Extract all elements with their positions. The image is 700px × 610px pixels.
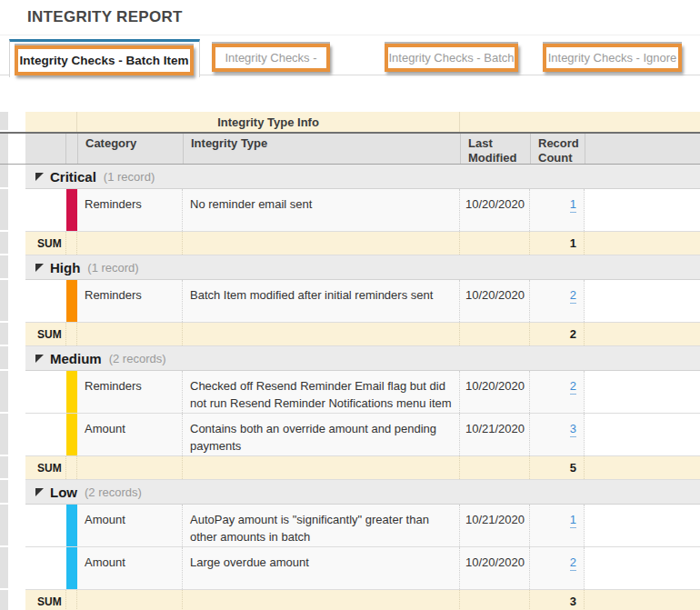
tab-integrity-checks-2[interactable]: Integrity Checks -	[212, 44, 330, 72]
cell-trailing	[585, 280, 700, 322]
row-left-spacer-cell	[25, 414, 66, 455]
span-header-left-cell	[25, 112, 77, 132]
grid-column-header-row: Category Integrity Type Last Modified Re…	[0, 132, 700, 165]
tab-bar: Integrity Checks - Batch Item Integrity …	[0, 35, 700, 75]
sum-row: SUM2	[0, 323, 700, 346]
cell-category: Amount	[77, 547, 183, 589]
page-title: INTEGRITY REPORT	[0, 0, 700, 32]
grid-span-header-row: Integrity Type Info	[0, 112, 700, 132]
cell-integrity-type: AutoPay amount is "significantly" greate…	[183, 505, 460, 546]
cell-integrity-type: No reminder email sent	[183, 189, 460, 231]
tab-label: Integrity Checks -	[225, 51, 316, 65]
sum-label: SUM	[25, 323, 66, 345]
record-count-link[interactable]: 2	[570, 379, 576, 395]
row-gutter	[0, 134, 8, 164]
cell-last-modified: 10/20/2020	[460, 189, 530, 231]
cell-last-modified: 10/21/2020	[460, 505, 530, 546]
sum-record-count: 1	[530, 232, 585, 255]
row-left-spacer-cell	[25, 547, 66, 589]
cell-integrity-type: Batch Item modified after initial remind…	[183, 280, 460, 322]
group-row-low[interactable]: Low(2 records)	[0, 480, 700, 505]
tab-integrity-checks-batch[interactable]: Integrity Checks - Batch	[385, 44, 518, 72]
group-row-medium[interactable]: Medium(2 records)	[0, 346, 700, 371]
record-count-link[interactable]: 2	[570, 288, 576, 304]
group-row-critical[interactable]: Critical(1 record)	[0, 165, 700, 189]
record-count-link[interactable]: 2	[570, 555, 576, 571]
row-gutter	[0, 323, 8, 346]
cell-category: Reminders	[77, 371, 183, 413]
severity-color-bar	[66, 414, 77, 455]
group-record-count-label: (1 record)	[104, 170, 155, 184]
cell-last-modified: 10/20/2020	[460, 547, 530, 589]
row-gutter	[0, 112, 8, 132]
group-severity-label: Low	[50, 485, 77, 500]
collapse-triangle-icon[interactable]	[35, 488, 44, 496]
cell-last-modified: 10/20/2020	[460, 280, 530, 322]
row-left-spacer-cell	[25, 371, 66, 413]
table-row: RemindersChecked off Resend Reminder Ema…	[0, 371, 700, 414]
record-count-link[interactable]: 1	[570, 513, 576, 528]
sum-label: SUM	[25, 590, 66, 610]
table-row: RemindersBatch Item modified after initi…	[0, 280, 700, 323]
header-integrity-type[interactable]: Integrity Type	[184, 134, 461, 164]
tab-integrity-checks-batch-item[interactable]: Integrity Checks - Batch Item	[9, 39, 200, 77]
span-header-right-cell	[460, 112, 700, 132]
annotation-box-1: Integrity Checks - Batch Item	[15, 45, 194, 75]
header-empty-col	[585, 134, 700, 164]
header-last-modified[interactable]: Last Modified	[461, 134, 531, 164]
cell-record-count: 2	[530, 547, 585, 589]
header-category[interactable]: Category	[78, 134, 184, 164]
group-record-count-label: (1 record)	[87, 261, 138, 275]
cell-category: Reminders	[77, 189, 183, 231]
cell-trailing	[585, 414, 700, 455]
group-row-high[interactable]: High(1 record)	[0, 255, 700, 280]
row-gutter	[0, 371, 8, 414]
sum-label: SUM	[25, 232, 66, 255]
row-gutter	[0, 547, 8, 590]
severity-color-bar	[66, 547, 77, 589]
sum-record-count: 5	[530, 456, 585, 479]
row-gutter	[0, 255, 8, 280]
row-left-spacer-cell	[25, 505, 66, 546]
row-gutter	[0, 414, 8, 456]
cell-record-count: 1	[530, 189, 585, 231]
row-gutter	[0, 346, 8, 371]
cell-trailing	[585, 505, 700, 546]
tab-label: Integrity Checks - Batch	[389, 51, 515, 65]
cell-trailing	[585, 547, 700, 589]
sum-record-count: 2	[530, 323, 585, 345]
severity-color-bar	[66, 280, 77, 322]
row-gutter	[0, 590, 8, 610]
sum-label: SUM	[25, 456, 66, 479]
cell-trailing	[585, 371, 700, 413]
table-row: RemindersNo reminder email sent10/20/202…	[0, 189, 700, 232]
cell-integrity-type: Checked off Resend Reminder Email flag b…	[183, 371, 460, 413]
table-row: AmountAutoPay amount is "significantly" …	[0, 505, 700, 547]
row-left-spacer-cell	[25, 189, 66, 231]
record-count-link[interactable]: 1	[570, 197, 576, 213]
group-record-count-label: (2 records)	[109, 352, 166, 365]
tab-label: Integrity Checks - Ignore	[548, 51, 677, 65]
sum-row: SUM5	[0, 456, 700, 480]
tab-label: Integrity Checks - Batch Item	[19, 54, 188, 67]
cell-record-count: 2	[530, 371, 585, 413]
tab-integrity-checks-ignore[interactable]: Integrity Checks - Ignore	[543, 44, 682, 72]
cell-category: Amount	[77, 505, 183, 546]
collapse-triangle-icon[interactable]	[35, 264, 44, 272]
row-gutter	[0, 189, 8, 232]
cell-record-count: 1	[530, 505, 585, 546]
row-gutter	[0, 505, 8, 547]
integrity-report-grid: Integrity Type Info Category Integrity T…	[0, 112, 700, 610]
row-gutter	[0, 280, 8, 323]
row-gutter	[0, 456, 8, 480]
sum-record-count: 3	[530, 590, 585, 610]
cell-record-count: 2	[530, 280, 585, 322]
header-expand-col	[25, 134, 66, 164]
cell-category: Reminders	[77, 280, 183, 322]
header-record-count[interactable]: Record Count	[531, 134, 585, 164]
collapse-triangle-icon[interactable]	[35, 355, 44, 363]
severity-color-bar	[66, 371, 77, 413]
cell-record-count: 3	[530, 414, 585, 455]
record-count-link[interactable]: 3	[570, 422, 576, 437]
collapse-triangle-icon[interactable]	[35, 173, 44, 181]
